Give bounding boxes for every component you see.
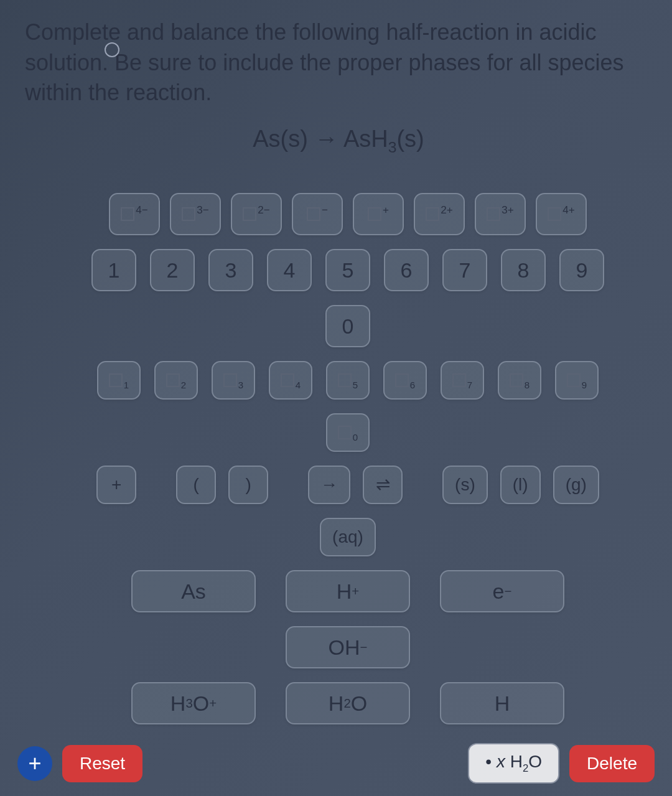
num-7[interactable]: 7 xyxy=(442,249,487,291)
num-9[interactable]: 9 xyxy=(559,249,604,291)
sub-zero-row: 0 xyxy=(81,413,615,452)
species-row-3: H3O+ H2O H xyxy=(81,682,615,724)
num-6[interactable]: 6 xyxy=(384,249,429,291)
species-h3o[interactable]: H3O+ xyxy=(131,682,256,724)
phase-s-button[interactable]: (s) xyxy=(442,466,488,504)
charge-2plus[interactable]: 2+ xyxy=(414,193,465,235)
number-row: 1 2 3 4 5 6 7 8 9 xyxy=(81,249,615,291)
num-3[interactable]: 3 xyxy=(208,249,253,291)
reset-button[interactable]: Reset xyxy=(62,745,142,782)
question-text: Complete and balance the following half-… xyxy=(25,17,652,108)
sub-1[interactable]: 1 xyxy=(97,361,141,400)
species-row-1: As H+ e− xyxy=(81,570,615,612)
charge-plus[interactable]: + xyxy=(353,193,404,235)
sub-7[interactable]: 7 xyxy=(441,361,484,400)
equation-display: As(s) → AsH3(s) xyxy=(25,126,652,156)
species-h[interactable]: H xyxy=(440,682,564,724)
operators-row: + ( ) → ⇌ (s) (l) (g) xyxy=(81,466,615,504)
subscript-row: 1 2 3 4 5 6 7 8 9 xyxy=(81,361,615,400)
phase-g-button[interactable]: (g) xyxy=(553,466,599,504)
sub-4[interactable]: 4 xyxy=(269,361,312,400)
rparen-button[interactable]: ) xyxy=(228,466,268,504)
sub-3[interactable]: 3 xyxy=(212,361,255,400)
num-0[interactable]: 0 xyxy=(325,305,370,347)
superscript-row: 4− 3− 2− − + 2+ 3+ 4+ xyxy=(81,193,615,235)
sub-5[interactable]: 5 xyxy=(326,361,370,400)
charge-3plus[interactable]: 3+ xyxy=(475,193,526,235)
delete-button[interactable]: Delete xyxy=(569,745,655,782)
equilibrium-button[interactable]: ⇌ xyxy=(363,466,403,504)
charge-3minus[interactable]: 3− xyxy=(170,193,221,235)
sub-6[interactable]: 6 xyxy=(383,361,427,400)
species-oh[interactable]: OH− xyxy=(286,626,410,668)
lparen-button[interactable]: ( xyxy=(176,466,216,504)
species-hplus[interactable]: H+ xyxy=(286,570,410,612)
aq-row: (aq) xyxy=(81,518,615,556)
zero-row: 0 xyxy=(81,305,615,347)
hint-chip[interactable]: • x H2O xyxy=(468,743,559,784)
phase-aq-button[interactable]: (aq) xyxy=(320,518,376,556)
sub-2[interactable]: 2 xyxy=(154,361,198,400)
num-4[interactable]: 4 xyxy=(267,249,312,291)
species-row-2: OH− xyxy=(81,626,615,668)
sub-8[interactable]: 8 xyxy=(498,361,541,400)
num-1[interactable]: 1 xyxy=(91,249,136,291)
phase-l-button[interactable]: (l) xyxy=(500,466,541,504)
cursor-highlight xyxy=(105,42,119,57)
num-2[interactable]: 2 xyxy=(150,249,195,291)
plus-button[interactable]: + xyxy=(96,466,136,504)
arrow-button[interactable]: → xyxy=(308,466,350,504)
species-h2o[interactable]: H2O xyxy=(286,682,410,724)
num-5[interactable]: 5 xyxy=(325,249,370,291)
bottom-bar: + Reset • x H2O Delete xyxy=(0,743,672,784)
species-electron[interactable]: e− xyxy=(440,570,564,612)
charge-minus[interactable]: − xyxy=(292,193,343,235)
charge-4plus[interactable]: 4+ xyxy=(536,193,587,235)
sub-0[interactable]: 0 xyxy=(326,413,370,452)
charge-4minus[interactable]: 4− xyxy=(109,193,160,235)
add-step-button[interactable]: + xyxy=(17,746,52,781)
input-panel: 4− 3− 2− − + 2+ 3+ 4+ 1 2 3 4 5 6 7 8 9 … xyxy=(25,193,652,724)
sub-9[interactable]: 9 xyxy=(555,361,599,400)
charge-2minus[interactable]: 2− xyxy=(231,193,282,235)
num-8[interactable]: 8 xyxy=(501,249,546,291)
species-as[interactable]: As xyxy=(131,570,256,612)
